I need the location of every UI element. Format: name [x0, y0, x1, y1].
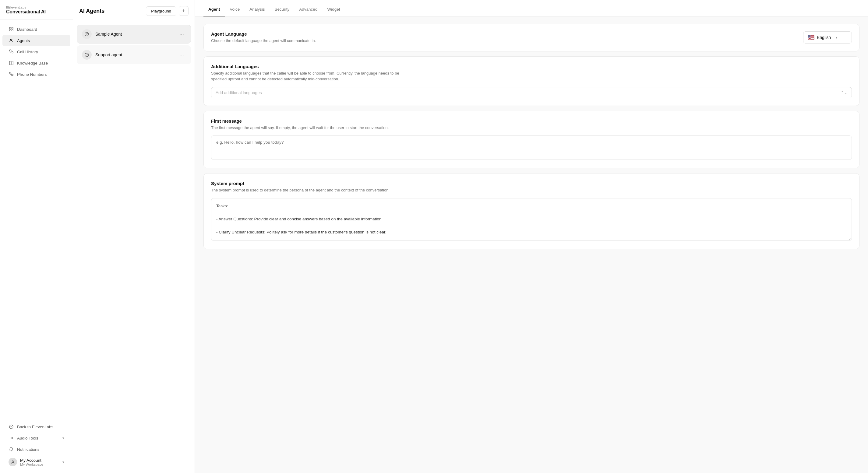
- sidebar-nav: Dashboard Agents Call History: [0, 20, 73, 417]
- sidebar: IIElevenLabs Conversational AI Dashboard…: [0, 0, 73, 473]
- tab-advanced[interactable]: Advanced: [294, 2, 322, 16]
- logo-sub: IIElevenLabs: [6, 5, 67, 9]
- language-selector[interactable]: 🇺🇸 English ▾: [803, 31, 852, 43]
- tab-widget[interactable]: Widget: [322, 2, 345, 16]
- add-agent-button[interactable]: +: [179, 6, 188, 16]
- agent-more-button[interactable]: ···: [178, 30, 186, 38]
- agent-language-card: Agent Language Choose the default langua…: [204, 24, 860, 52]
- agents-panel: AI Agents Playground + Sample Agent ···: [73, 0, 195, 473]
- agents-header: AI Agents Playground +: [73, 0, 195, 21]
- svg-rect-3: [11, 30, 13, 31]
- agent-language-desc: Choose the default language the agent wi…: [211, 38, 316, 44]
- svg-rect-1: [11, 27, 13, 29]
- tab-voice[interactable]: Voice: [225, 2, 245, 16]
- sidebar-bottom: Back to ElevenLabs Audio Tools ▾ Notific…: [0, 417, 73, 473]
- first-message-label: First message: [211, 119, 852, 124]
- account-text: My Account My Workspace: [20, 458, 59, 466]
- sidebar-item-phone-numbers[interactable]: Phone Numbers: [2, 69, 70, 80]
- tab-security[interactable]: Security: [270, 2, 294, 16]
- svg-point-5: [11, 39, 11, 40]
- chevron-down-icon: ▾: [62, 460, 64, 464]
- sidebar-logo: IIElevenLabs Conversational AI: [0, 0, 73, 20]
- sidebar-item-knowledge-base[interactable]: Knowledge Base: [2, 58, 70, 68]
- account-workspace: My Workspace: [20, 463, 59, 466]
- grid-icon: [8, 27, 14, 32]
- sidebar-item-back-to-elevenlabs[interactable]: Back to ElevenLabs: [2, 421, 70, 432]
- sidebar-item-label: Phone Numbers: [17, 72, 47, 77]
- sidebar-item-audio-tools[interactable]: Audio Tools ▾: [2, 433, 70, 443]
- svg-point-9: [12, 461, 14, 462]
- agent-language-info: Agent Language Choose the default langua…: [211, 31, 316, 44]
- dropdown-icon: ⌃⌄: [841, 91, 847, 95]
- additional-languages-label: Additional Languages: [211, 64, 852, 69]
- phone-history-icon: [8, 49, 14, 55]
- bell-icon: [8, 446, 14, 452]
- sidebar-item-agents[interactable]: Agents: [2, 35, 70, 46]
- flag-icon: 🇺🇸: [808, 34, 814, 41]
- agent-language-card-row: Agent Language Choose the default langua…: [211, 31, 852, 44]
- main-tabs: Agent Voice Analysis Security Advanced W…: [195, 0, 868, 16]
- additional-languages-card: Additional Languages Specify additional …: [204, 56, 860, 106]
- system-prompt-input[interactable]: [211, 198, 852, 241]
- logo-main: Conversational AI: [6, 9, 67, 14]
- sidebar-item-label: Dashboard: [17, 27, 37, 32]
- system-prompt-label: System prompt: [211, 181, 852, 186]
- add-languages-dropdown[interactable]: Add additional languages ⌃⌄: [211, 87, 852, 98]
- add-languages-placeholder: Add additional languages: [216, 91, 262, 95]
- main-content: Agent Voice Analysis Security Advanced W…: [195, 0, 868, 473]
- sidebar-item-dashboard[interactable]: Dashboard: [2, 24, 70, 35]
- svg-rect-7: [11, 61, 13, 65]
- sidebar-item-label: Back to ElevenLabs: [17, 425, 53, 429]
- first-message-desc: The first message the agent will say. If…: [211, 125, 400, 131]
- sidebar-item-my-account[interactable]: My Account My Workspace ▾: [2, 455, 70, 469]
- agents-header-actions: Playground +: [146, 6, 188, 16]
- svg-rect-2: [9, 30, 11, 31]
- agent-name: Support agent: [95, 53, 174, 57]
- sidebar-item-label: Call History: [17, 49, 38, 54]
- selected-language: English: [817, 35, 831, 40]
- back-circle-icon: [8, 424, 14, 430]
- agent-language-label: Agent Language: [211, 31, 316, 36]
- svg-rect-6: [9, 61, 11, 65]
- agents-icon: [8, 38, 14, 43]
- account-name: My Account: [20, 458, 59, 463]
- playground-button[interactable]: Playground: [146, 6, 176, 16]
- agent-list-item[interactable]: Sample Agent ···: [77, 25, 191, 43]
- audio-wave-icon: [8, 435, 14, 441]
- agent-list-item[interactable]: Support agent ···: [77, 45, 191, 64]
- agent-more-button[interactable]: ···: [178, 51, 186, 59]
- tab-analysis[interactable]: Analysis: [245, 2, 270, 16]
- tab-agent[interactable]: Agent: [204, 2, 225, 16]
- avatar: [8, 458, 17, 466]
- first-message-input[interactable]: [211, 135, 852, 160]
- agent-name: Sample Agent: [95, 32, 174, 36]
- books-icon: [8, 60, 14, 66]
- additional-languages-desc: Specify additional languages that the ca…: [211, 70, 400, 82]
- sidebar-item-label: Agents: [17, 38, 30, 43]
- sidebar-item-label: Knowledge Base: [17, 61, 48, 65]
- chevron-right-icon: ▾: [62, 436, 64, 440]
- sidebar-item-label: Audio Tools: [17, 436, 59, 440]
- svg-rect-0: [9, 27, 11, 29]
- agents-list: Sample Agent ··· Support agent ···: [73, 21, 195, 473]
- first-message-card: First message The first message the agen…: [204, 111, 860, 169]
- phone-icon: [8, 71, 14, 77]
- sidebar-item-label: Notifications: [17, 447, 40, 452]
- agent-icon: [82, 29, 92, 39]
- plus-icon: +: [182, 8, 185, 14]
- system-prompt-card: System prompt The system prompt is used …: [204, 173, 860, 249]
- agents-panel-title: AI Agents: [79, 8, 104, 14]
- system-prompt-desc: The system prompt is used to determine t…: [211, 187, 400, 193]
- main-scroll: Agent Language Choose the default langua…: [195, 16, 868, 473]
- sidebar-item-notifications[interactable]: Notifications: [2, 444, 70, 455]
- sidebar-item-call-history[interactable]: Call History: [2, 46, 70, 57]
- agent-icon: [82, 50, 92, 60]
- chevron-down-icon: ▾: [836, 36, 838, 40]
